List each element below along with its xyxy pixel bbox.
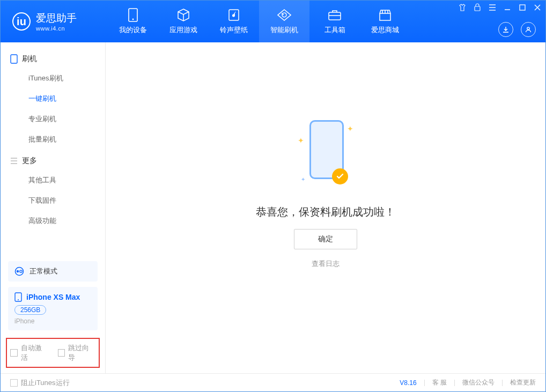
ok-button[interactable]: 确定 <box>294 229 357 249</box>
sidebar-item-advanced[interactable]: 高级功能 <box>1 211 105 231</box>
nav-my-device[interactable]: 我的设备 <box>108 1 158 42</box>
logo-text: 爱思助手 www.i4.cn <box>36 11 77 32</box>
success-illustration: ✦ ✦ ✦ <box>293 115 358 195</box>
sidebar-item-pro-flash[interactable]: 专业刷机 <box>1 109 105 129</box>
svg-rect-5 <box>520 5 525 10</box>
options-row: 自动激活 跳过向导 <box>6 338 100 368</box>
svg-point-1 <box>132 19 134 20</box>
app-url: www.i4.cn <box>36 25 77 32</box>
lock-icon[interactable] <box>473 3 482 12</box>
device-capacity: 256GB <box>14 305 46 315</box>
menu-icon[interactable] <box>488 3 497 12</box>
nav-toolbox[interactable]: 工具箱 <box>309 1 360 42</box>
footer-right: V8.16 客 服 微信公众号 检查更新 <box>400 378 536 387</box>
list-icon <box>10 158 18 164</box>
nav-apps-games[interactable]: 应用游戏 <box>158 1 209 42</box>
svg-rect-4 <box>475 6 480 11</box>
device-name: iPhone XS Max <box>26 293 80 301</box>
mode-icon <box>14 267 24 276</box>
sparkle-icon: ✦ <box>298 136 304 145</box>
svg-rect-3 <box>329 12 341 20</box>
checkbox-icon <box>10 349 18 357</box>
nav-store[interactable]: 爱思商城 <box>360 1 410 42</box>
phone-outline-icon <box>10 54 18 64</box>
maximize-button[interactable] <box>518 3 527 12</box>
sidebar-item-other-tools[interactable]: 其他工具 <box>1 170 105 190</box>
checkbox-block-itunes[interactable]: 阻止iTunes运行 <box>10 378 70 388</box>
divider <box>502 380 503 386</box>
device-icon <box>126 8 140 22</box>
user-controls <box>498 22 536 37</box>
app-logo-icon: iu <box>12 12 31 31</box>
shirt-icon[interactable] <box>458 3 467 12</box>
checkbox-icon <box>58 349 65 357</box>
sidebar: 刷机 iTunes刷机 一键刷机 专业刷机 批量刷机 更多 其他工具 下载固件 … <box>1 42 106 373</box>
divider <box>454 380 455 386</box>
sidebar-item-download-firmware[interactable]: 下载固件 <box>1 190 105 211</box>
sidebar-item-itunes-flash[interactable]: iTunes刷机 <box>1 68 105 88</box>
view-log-link[interactable]: 查看日志 <box>312 259 340 269</box>
sidebar-section-flash: 刷机 <box>1 48 105 68</box>
svg-point-6 <box>527 27 529 29</box>
svg-point-12 <box>18 299 19 300</box>
checkbox-skip-wizard[interactable]: 跳过向导 <box>58 343 96 363</box>
checkbox-label: 跳过向导 <box>68 343 95 363</box>
customer-service-link[interactable]: 客 服 <box>432 378 447 387</box>
music-icon <box>227 8 241 22</box>
content-area: ✦ ✦ ✦ 恭喜您，保资料刷机成功啦！ 确定 查看日志 <box>106 42 545 373</box>
nav-label: 我的设备 <box>119 25 147 35</box>
sparkle-icon: ✦ <box>347 124 353 133</box>
nav-label: 智能刷机 <box>270 25 298 35</box>
phone-icon <box>14 292 22 302</box>
mode-box[interactable]: 正常模式 <box>8 261 98 282</box>
svg-rect-7 <box>11 55 17 63</box>
body: 刷机 iTunes刷机 一键刷机 专业刷机 批量刷机 更多 其他工具 下载固件 … <box>1 42 545 373</box>
nav-label: 爱思商城 <box>371 25 399 35</box>
checkbox-label: 阻止iTunes运行 <box>21 378 70 388</box>
user-button[interactable] <box>521 22 536 37</box>
success-message: 恭喜您，保资料刷机成功啦！ <box>256 205 395 219</box>
checkbox-auto-activate[interactable]: 自动激活 <box>10 343 48 363</box>
app-window: iu 爱思助手 www.i4.cn 我的设备 应用游戏 <box>0 0 546 392</box>
version-label: V8.16 <box>400 379 416 387</box>
checkbox-label: 自动激活 <box>21 343 48 363</box>
logo-area: iu 爱思助手 www.i4.cn <box>1 11 108 32</box>
wechat-link[interactable]: 微信公众号 <box>462 378 495 387</box>
download-button[interactable] <box>498 22 513 37</box>
checkbox-icon <box>10 379 18 387</box>
svg-point-9 <box>17 270 19 272</box>
device-box[interactable]: iPhone XS Max 256GB iPhone <box>8 287 98 330</box>
window-controls <box>458 3 542 12</box>
sidebar-item-oneclick-flash[interactable]: 一键刷机 <box>1 88 105 109</box>
mode-label: 正常模式 <box>29 267 57 276</box>
sidebar-section-more: 更多 <box>1 150 105 170</box>
footer: 阻止iTunes运行 V8.16 客 服 微信公众号 检查更新 <box>1 373 545 391</box>
shop-icon <box>378 8 392 22</box>
app-name: 爱思助手 <box>36 11 77 25</box>
check-badge-icon <box>332 168 348 184</box>
main-nav: 我的设备 应用游戏 铃声壁纸 智能刷机 <box>108 1 410 42</box>
titlebar: iu 爱思助手 www.i4.cn 我的设备 应用游戏 <box>1 1 545 42</box>
device-type: iPhone <box>14 317 91 325</box>
nav-ringtone-wallpaper[interactable]: 铃声壁纸 <box>209 1 259 42</box>
minimize-button[interactable] <box>503 3 512 12</box>
nav-label: 铃声壁纸 <box>220 25 248 35</box>
nav-label: 工具箱 <box>324 25 345 35</box>
toolbox-icon <box>328 8 342 22</box>
divider <box>424 380 425 386</box>
nav-smart-flash[interactable]: 智能刷机 <box>259 1 309 42</box>
check-update-link[interactable]: 检查更新 <box>510 378 536 387</box>
section-title: 更多 <box>22 156 37 166</box>
section-title: 刷机 <box>22 54 37 64</box>
svg-point-10 <box>20 270 22 272</box>
refresh-icon <box>277 8 291 22</box>
logo-letter: iu <box>17 16 26 28</box>
sidebar-sections: 刷机 iTunes刷机 一键刷机 专业刷机 批量刷机 更多 其他工具 下载固件 … <box>1 42 105 257</box>
nav-label: 应用游戏 <box>169 25 197 35</box>
sparkle-icon: ✦ <box>301 176 305 182</box>
sidebar-item-batch-flash[interactable]: 批量刷机 <box>1 129 105 150</box>
close-button[interactable] <box>533 3 542 12</box>
cube-icon <box>176 8 190 22</box>
